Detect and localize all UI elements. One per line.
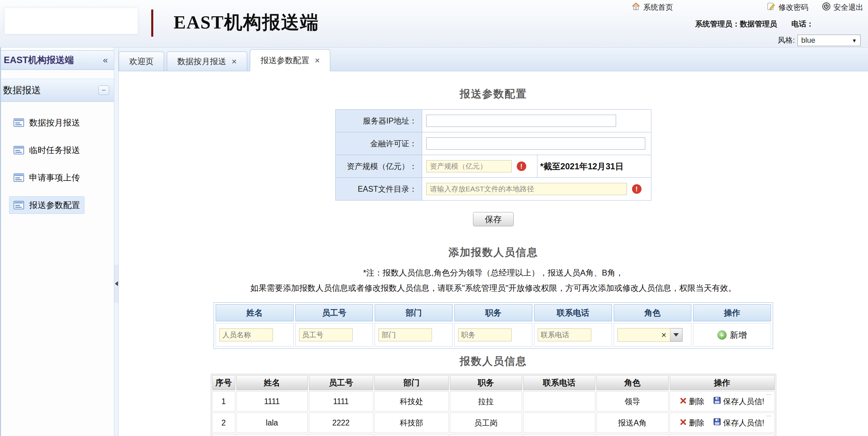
- admin-info: 系统管理员：数据管理员电话：: [695, 19, 814, 29]
- splitter-collapse-handle[interactable]: [114, 265, 118, 303]
- column-header: 姓名: [236, 375, 308, 390]
- column-header: 员工号: [309, 375, 373, 390]
- style-select[interactable]: blue ▼: [797, 35, 861, 46]
- tab-monthly-report[interactable]: 数据按月报送 ×: [167, 52, 247, 71]
- add-person-note: *注：报数人员信息,角色分为领导（总经理以上），报送人员A角、B角， 如果需要添…: [119, 265, 868, 296]
- chevron-left-icon: [115, 281, 118, 286]
- person-list-table: 序号 姓名 员工号 部门 职务 联系电话 角色 操作 1 1111 1111 科…: [211, 374, 776, 436]
- sidebar-item-label: 申请事项上传: [29, 172, 80, 183]
- form-icon: [14, 146, 24, 154]
- save-person-button[interactable]: 保存人员信!: [713, 396, 764, 407]
- role-combo-dropdown-button[interactable]: [670, 328, 683, 342]
- cell-role: 报送B角: [596, 434, 669, 436]
- admin-name: 数据管理员: [740, 20, 777, 28]
- column-header: 联系电话: [523, 375, 595, 390]
- tab-welcome[interactable]: 欢迎页: [119, 52, 164, 71]
- tab-report-params[interactable]: 报送参数配置 ×: [250, 49, 330, 71]
- nav-home-link[interactable]: 系统首页: [631, 2, 673, 13]
- add-person-title: 添加报数人员信息: [119, 245, 868, 260]
- truncation-ellipsis: …: [766, 412, 772, 418]
- add-person-button-label: 新增: [730, 329, 747, 341]
- floppy-disk-icon: [713, 418, 721, 428]
- role-combo-value[interactable]: ×: [617, 328, 670, 342]
- clear-icon[interactable]: ×: [661, 330, 670, 339]
- phone-input[interactable]: [538, 328, 591, 341]
- truncation-ellipsis: …: [766, 390, 772, 396]
- column-header: 角色: [614, 304, 692, 321]
- delete-button[interactable]: 删除: [680, 418, 705, 428]
- add-person-button[interactable]: + 新增: [717, 329, 747, 341]
- asset-scale-input[interactable]: [426, 160, 512, 172]
- sidebar-title-label: EAST机构报送端: [4, 54, 74, 66]
- sidebar-item-report-params[interactable]: 报送参数配置: [9, 196, 84, 214]
- cell-seq: 2: [212, 413, 235, 433]
- nav-change-password-link[interactable]: 修改密码: [767, 2, 808, 13]
- department-input[interactable]: [378, 328, 432, 341]
- cell-actions: … 删除 保存人员信!: [670, 391, 775, 412]
- cell-seq: 3: [212, 434, 235, 436]
- cell-position: 员工岗: [450, 413, 522, 433]
- sidebar-item-label: 报送参数配置: [29, 200, 80, 211]
- column-header: 部门: [374, 375, 449, 390]
- cell-name: 1111: [236, 391, 308, 412]
- save-button[interactable]: 保存: [473, 212, 514, 226]
- asset-scale-note: *截至2021年12月31日: [537, 155, 651, 178]
- delete-x-icon: [680, 418, 687, 428]
- sidebar-splitter[interactable]: [114, 48, 119, 436]
- field-label: 资产规模（亿元）：: [336, 155, 422, 178]
- delete-button[interactable]: 删除: [680, 396, 705, 407]
- admin-label: 系统管理员：: [695, 20, 740, 28]
- note-line-1: *注：报数人员信息,角色分为领导（总经理以上），报送人员A角、B角，: [119, 265, 868, 280]
- close-icon[interactable]: ×: [232, 57, 237, 66]
- tab-label: 欢迎页: [129, 56, 154, 67]
- field-label: 金融许可证：: [336, 132, 422, 155]
- cell-seq: 1: [212, 391, 235, 412]
- add-person-table: 姓名 员工号 部门 职务 联系电话 角色 操作: [214, 302, 773, 349]
- table-row: 3 2222 3333 科技部 技术岗 报送B角 … 删除: [212, 434, 775, 436]
- warning-icon: !: [632, 184, 642, 194]
- nav-logout-link[interactable]: 安全退出: [822, 2, 863, 13]
- finance-license-input[interactable]: [426, 137, 645, 150]
- cell-name: lala: [236, 413, 308, 433]
- cell-emp-no: 1111: [309, 391, 373, 412]
- close-icon[interactable]: ×: [315, 56, 320, 65]
- sidebar-section-label: 数据报送: [3, 84, 41, 97]
- tab-bar: 欢迎页 数据按月报送 × 报送参数配置 ×: [119, 48, 868, 71]
- sidebar-item-apply-upload[interactable]: 申请事项上传: [9, 169, 84, 186]
- delete-label: 删除: [689, 396, 705, 407]
- table-row: 2 lala 2222 科技部 员工岗 报送A角 … 删除: [212, 413, 775, 433]
- sidebar-collapse-icon[interactable]: «: [103, 55, 108, 65]
- sidebar-item-temp-task[interactable]: 临时任务报送: [9, 141, 84, 159]
- home-icon: [631, 2, 640, 13]
- chevron-down-icon: ▼: [852, 38, 857, 43]
- save-person-button[interactable]: 保存人员信!: [713, 418, 764, 428]
- app-title: EAST机构报送端: [174, 10, 319, 35]
- sidebar-section-data-report[interactable]: 数据报送 −: [1, 79, 114, 102]
- employee-no-input[interactable]: [299, 328, 353, 341]
- nav-logout-label: 安全退出: [833, 2, 863, 13]
- save-person-label: 保存人员信!: [723, 396, 764, 407]
- east-dir-input[interactable]: [426, 183, 627, 195]
- warning-icon: !: [517, 162, 526, 171]
- sidebar-item-monthly-report[interactable]: 数据按月报送: [9, 114, 84, 131]
- section-collapse-icon[interactable]: −: [98, 86, 109, 95]
- power-icon: [822, 2, 831, 13]
- sidebar-item-label: 临时任务报送: [29, 145, 80, 156]
- table-row: 1 1111 1111 科技处 拉拉 领导 … 删除: [212, 391, 775, 412]
- tab-label: 数据按月报送: [177, 56, 226, 67]
- add-table-header-row: 姓名 员工号 部门 职务 联系电话 角色 操作: [216, 304, 771, 321]
- sidebar-header: EAST机构报送端 «: [1, 50, 114, 70]
- bank-logo: [5, 8, 138, 34]
- server-ip-input[interactable]: [426, 115, 616, 127]
- tab-panel: 报送参数配置 服务器IP地址： 金融许可证：: [119, 71, 868, 436]
- title-divider: [151, 10, 153, 37]
- style-switcher: 风格: blue ▼: [778, 35, 861, 46]
- position-input[interactable]: [458, 328, 512, 341]
- form-icon: [14, 173, 24, 182]
- config-form-title: 报送参数配置: [119, 87, 868, 101]
- person-name-input[interactable]: [219, 328, 273, 341]
- role-combobox[interactable]: ×: [617, 328, 683, 342]
- cell-phone: [523, 434, 595, 436]
- pencil-icon: [767, 2, 776, 13]
- tab-label: 报送参数配置: [260, 55, 309, 66]
